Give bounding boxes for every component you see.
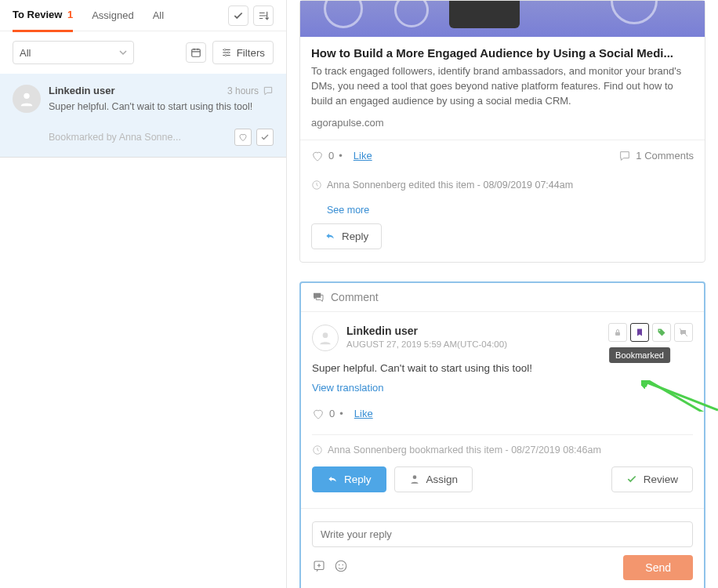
svg-point-10	[412, 475, 416, 479]
post-reply-button[interactable]: Reply	[311, 223, 382, 249]
reply-arrow-icon	[325, 230, 335, 241]
filter-dropdown[interactable]: All	[13, 41, 134, 64]
emoji-icon	[334, 559, 348, 573]
filter-dropdown-value: All	[20, 47, 31, 59]
bookmark-tooltip: Bookmarked	[609, 347, 670, 363]
hide-button[interactable]	[674, 323, 693, 342]
tab-to-review-label: To Review	[13, 9, 62, 20]
svg-point-12	[335, 561, 346, 572]
svg-point-6	[323, 332, 328, 338]
tab-all[interactable]: All	[153, 0, 164, 31]
sort-button[interactable]	[253, 5, 274, 26]
comment-like-count: 0	[329, 408, 335, 419]
comment-history: Anna Sonnenberg bookmarked this item - 0…	[312, 434, 693, 456]
assign-button[interactable]: Assign	[394, 466, 473, 492]
tag-icon	[657, 328, 666, 337]
comment-timestamp: AUGUST 27, 2019 5:59 AM(UTC-04:00)	[346, 339, 507, 349]
lock-icon	[613, 328, 622, 337]
comments-icon	[312, 291, 325, 303]
sliders-icon	[221, 47, 232, 58]
check-button[interactable]	[256, 129, 274, 146]
item-bookmark-label: Bookmarked by Anna Sonne...	[49, 132, 181, 143]
check-icon	[260, 132, 270, 142]
review-button[interactable]: Review	[611, 466, 693, 492]
comment-text: Super helpful. Can't wait to start using…	[312, 362, 693, 374]
svg-rect-7	[615, 332, 620, 336]
attachment-icon	[312, 559, 326, 573]
comment-author: Linkedin user	[346, 325, 507, 337]
reply-compose-area: Send	[301, 508, 704, 588]
view-translation-link[interactable]: View translation	[312, 382, 693, 394]
left-panel: To Review 1 Assigned All All Filters	[0, 0, 287, 588]
filters-button[interactable]: Filters	[212, 41, 274, 64]
svg-point-2	[227, 52, 229, 53]
tab-to-review-count: 1	[67, 9, 73, 20]
comment-section-header: Comment	[301, 283, 704, 312]
svg-point-14	[343, 564, 344, 566]
emoji-button[interactable]	[334, 559, 348, 575]
tab-assigned[interactable]: Assigned	[92, 0, 133, 31]
bookmark-button[interactable]: Bookmarked	[630, 323, 649, 342]
svg-point-13	[339, 564, 340, 566]
svg-point-1	[223, 49, 225, 50]
heart-icon	[311, 150, 324, 162]
svg-point-4	[24, 93, 29, 99]
clock-icon	[312, 445, 323, 456]
chevron-down-icon	[119, 49, 127, 56]
svg-point-8	[659, 329, 661, 331]
calendar-button[interactable]	[186, 42, 206, 63]
user-icon	[409, 474, 420, 485]
post-description: To track engaged followers, identify bra…	[311, 64, 694, 109]
comment-icon	[263, 85, 274, 96]
tab-to-review[interactable]: To Review 1	[13, 0, 73, 32]
inbox-item[interactable]: Linkedin user 3 hours Super helpful. Can…	[0, 74, 286, 158]
check-icon	[626, 474, 637, 485]
like-button[interactable]	[234, 129, 252, 146]
tab-actions	[228, 5, 274, 26]
sort-icon	[258, 10, 269, 21]
filter-row: All Filters	[0, 31, 286, 74]
item-time: 3 hours	[227, 85, 274, 96]
svg-rect-0	[191, 49, 200, 56]
bookmark-icon	[635, 327, 644, 338]
send-button[interactable]: Send	[623, 555, 693, 580]
comment-like-link[interactable]: Like	[354, 408, 373, 419]
lock-button[interactable]	[608, 323, 627, 342]
tabs-bar: To Review 1 Assigned All	[0, 0, 286, 31]
comment-icon	[618, 150, 631, 162]
reply-input[interactable]	[312, 521, 693, 547]
comment-avatar	[312, 325, 339, 351]
heart-icon	[238, 132, 248, 142]
post-like-count: 0	[328, 150, 334, 162]
post-history: Anna Sonnenberg edited this item - 08/09…	[300, 172, 705, 201]
post-domain: agorapulse.com	[311, 117, 694, 129]
post-like-link[interactable]: Like	[354, 150, 372, 162]
reply-arrow-icon	[327, 474, 338, 485]
comment-reply-button[interactable]: Reply	[312, 466, 386, 492]
add-attachment-button[interactable]	[312, 559, 326, 575]
right-panel: How to Build a More Engaged Audience by …	[287, 0, 718, 588]
heart-icon	[312, 408, 325, 420]
calendar-icon	[190, 47, 201, 58]
svg-point-3	[224, 54, 226, 56]
hide-icon	[679, 328, 688, 337]
comment-card: Comment Linkedin user AUGUST 27, 2019 5:…	[299, 281, 705, 588]
user-icon	[18, 90, 35, 107]
comment-tools: Bookmarked	[608, 323, 693, 342]
item-author: Linkedin user	[49, 85, 115, 96]
avatar	[13, 85, 41, 113]
tag-button[interactable]	[652, 323, 671, 342]
see-more-link[interactable]: See more	[316, 201, 705, 216]
filters-label: Filters	[237, 47, 265, 59]
post-comments-link[interactable]: 1 Comments	[618, 150, 694, 162]
clock-icon	[311, 180, 322, 191]
check-all-button[interactable]	[228, 5, 248, 26]
user-icon	[317, 330, 333, 346]
post-hero-image	[300, 1, 705, 37]
post-title: How to Build a More Engaged Audience by …	[311, 46, 694, 60]
post-card: How to Build a More Engaged Audience by …	[299, 0, 705, 263]
item-text: Super helpful. Can't wait to start using…	[49, 101, 274, 112]
check-icon	[233, 10, 244, 21]
